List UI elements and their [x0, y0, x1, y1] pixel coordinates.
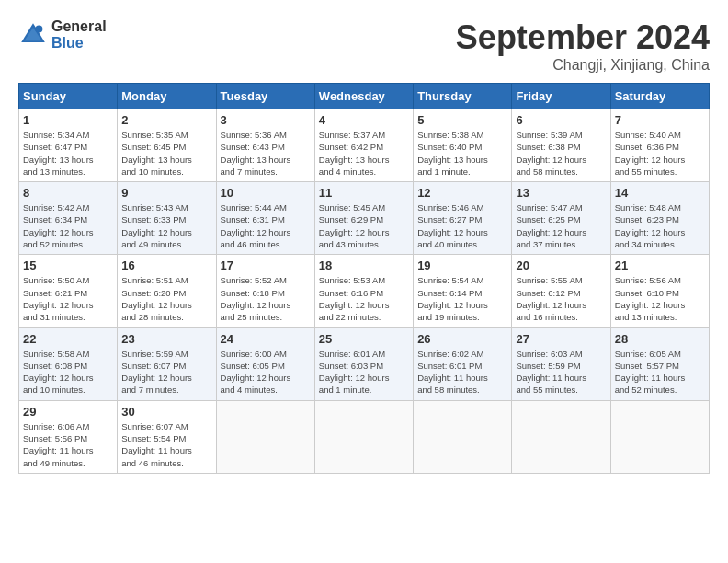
weekday-header: Wednesday [314, 84, 413, 109]
weekday-header: Saturday [610, 84, 709, 109]
day-info: Sunrise: 5:52 AM Sunset: 6:18 PM Dayligh… [221, 274, 311, 323]
day-number: 20 [516, 259, 606, 272]
day-number: 26 [417, 332, 507, 346]
day-info: Sunrise: 5:58 AM Sunset: 6:08 PM Dayligh… [23, 348, 113, 396]
day-number: 4 [319, 113, 409, 127]
day-number: 7 [615, 113, 705, 127]
day-info: Sunrise: 5:59 AM Sunset: 6:07 PM Dayligh… [121, 348, 211, 396]
day-number: 8 [23, 186, 113, 200]
day-info: Sunrise: 6:07 AM Sunset: 5:54 PM Dayligh… [121, 420, 211, 469]
calendar-cell: 29Sunrise: 6:06 AM Sunset: 5:56 PM Dayli… [19, 400, 118, 473]
day-info: Sunrise: 6:03 AM Sunset: 5:59 PM Dayligh… [516, 348, 606, 396]
calendar-cell [610, 400, 709, 473]
calendar-cell: 4Sunrise: 5:37 AM Sunset: 6:42 PM Daylig… [314, 109, 413, 182]
day-number: 18 [319, 259, 409, 272]
calendar-cell: 11Sunrise: 5:45 AM Sunset: 6:29 PM Dayli… [314, 182, 413, 255]
page-header: General Blue September 2024 Changji, Xin… [18, 18, 710, 74]
calendar-cell: 23Sunrise: 5:59 AM Sunset: 6:07 PM Dayli… [118, 327, 216, 400]
calendar-cell: 2Sunrise: 5:35 AM Sunset: 6:45 PM Daylig… [118, 109, 216, 182]
calendar-cell: 28Sunrise: 6:05 AM Sunset: 5:57 PM Dayli… [610, 327, 709, 400]
calendar-cell: 9Sunrise: 5:43 AM Sunset: 6:33 PM Daylig… [118, 182, 216, 255]
day-number: 25 [319, 332, 409, 346]
location: Changji, Xinjiang, China [456, 57, 710, 74]
day-info: Sunrise: 5:38 AM Sunset: 6:40 PM Dayligh… [417, 129, 507, 178]
weekday-header: Friday [512, 84, 610, 109]
day-number: 15 [23, 259, 113, 272]
day-info: Sunrise: 5:37 AM Sunset: 6:42 PM Dayligh… [319, 129, 409, 178]
day-info: Sunrise: 5:51 AM Sunset: 6:20 PM Dayligh… [121, 274, 211, 323]
calendar-cell: 30Sunrise: 6:07 AM Sunset: 5:54 PM Dayli… [118, 400, 216, 473]
calendar-cell: 18Sunrise: 5:53 AM Sunset: 6:16 PM Dayli… [314, 255, 413, 327]
day-info: Sunrise: 5:53 AM Sunset: 6:16 PM Dayligh… [319, 274, 409, 323]
day-number: 21 [615, 259, 705, 272]
logo: General Blue [18, 18, 107, 51]
day-info: Sunrise: 6:02 AM Sunset: 6:01 PM Dayligh… [417, 348, 507, 396]
day-info: Sunrise: 5:55 AM Sunset: 6:12 PM Dayligh… [516, 274, 606, 323]
day-info: Sunrise: 5:35 AM Sunset: 6:45 PM Dayligh… [121, 129, 211, 178]
calendar-cell: 6Sunrise: 5:39 AM Sunset: 6:38 PM Daylig… [512, 109, 610, 182]
day-number: 1 [23, 113, 113, 127]
calendar-cell: 14Sunrise: 5:48 AM Sunset: 6:23 PM Dayli… [610, 182, 709, 255]
calendar-cell: 27Sunrise: 6:03 AM Sunset: 5:59 PM Dayli… [512, 327, 610, 400]
day-number: 28 [615, 332, 705, 346]
calendar-cell: 24Sunrise: 6:00 AM Sunset: 6:05 PM Dayli… [216, 327, 314, 400]
calendar-cell: 19Sunrise: 5:54 AM Sunset: 6:14 PM Dayli… [414, 255, 512, 327]
day-number: 12 [417, 186, 507, 200]
day-info: Sunrise: 5:34 AM Sunset: 6:47 PM Dayligh… [23, 129, 113, 178]
weekday-header-row: SundayMondayTuesdayWednesdayThursdayFrid… [19, 84, 710, 109]
weekday-header: Thursday [414, 84, 512, 109]
weekday-header: Tuesday [216, 84, 314, 109]
day-info: Sunrise: 6:06 AM Sunset: 5:56 PM Dayligh… [23, 420, 113, 469]
calendar-cell: 20Sunrise: 5:55 AM Sunset: 6:12 PM Dayli… [512, 255, 610, 327]
day-number: 2 [121, 113, 211, 127]
calendar-week-row: 29Sunrise: 6:06 AM Sunset: 5:56 PM Dayli… [19, 400, 710, 473]
calendar-cell: 26Sunrise: 6:02 AM Sunset: 6:01 PM Dayli… [414, 327, 512, 400]
calendar-cell: 15Sunrise: 5:50 AM Sunset: 6:21 PM Dayli… [19, 255, 118, 327]
day-number: 11 [319, 186, 409, 200]
day-info: Sunrise: 5:45 AM Sunset: 6:29 PM Dayligh… [319, 201, 409, 250]
day-number: 14 [615, 186, 705, 200]
day-info: Sunrise: 5:44 AM Sunset: 6:31 PM Dayligh… [221, 201, 311, 250]
logo-blue: Blue [51, 35, 107, 52]
day-info: Sunrise: 5:48 AM Sunset: 6:23 PM Dayligh… [615, 201, 705, 250]
calendar-cell: 21Sunrise: 5:56 AM Sunset: 6:10 PM Dayli… [610, 255, 709, 327]
calendar-cell: 16Sunrise: 5:51 AM Sunset: 6:20 PM Dayli… [118, 255, 216, 327]
calendar-cell: 25Sunrise: 6:01 AM Sunset: 6:03 PM Dayli… [314, 327, 413, 400]
day-info: Sunrise: 5:42 AM Sunset: 6:34 PM Dayligh… [23, 201, 113, 250]
day-number: 29 [23, 405, 113, 419]
day-number: 23 [121, 332, 211, 346]
day-info: Sunrise: 5:54 AM Sunset: 6:14 PM Dayligh… [417, 274, 507, 323]
day-number: 22 [23, 332, 113, 346]
calendar-cell [314, 400, 413, 473]
logo-icon [18, 20, 48, 50]
day-info: Sunrise: 5:56 AM Sunset: 6:10 PM Dayligh… [615, 274, 705, 323]
day-number: 6 [516, 113, 606, 127]
title-block: September 2024 Changji, Xinjiang, China [456, 18, 710, 74]
calendar-cell: 22Sunrise: 5:58 AM Sunset: 6:08 PM Dayli… [19, 327, 118, 400]
calendar-week-row: 1Sunrise: 5:34 AM Sunset: 6:47 PM Daylig… [19, 109, 710, 182]
day-number: 19 [417, 259, 507, 272]
day-info: Sunrise: 5:43 AM Sunset: 6:33 PM Dayligh… [121, 201, 211, 250]
calendar-cell: 10Sunrise: 5:44 AM Sunset: 6:31 PM Dayli… [216, 182, 314, 255]
day-info: Sunrise: 5:40 AM Sunset: 6:36 PM Dayligh… [615, 129, 705, 178]
day-info: Sunrise: 5:46 AM Sunset: 6:27 PM Dayligh… [417, 201, 507, 250]
weekday-header: Monday [118, 84, 216, 109]
month-title: September 2024 [456, 18, 710, 57]
svg-point-2 [35, 25, 42, 32]
day-number: 10 [221, 186, 311, 200]
calendar-cell: 8Sunrise: 5:42 AM Sunset: 6:34 PM Daylig… [19, 182, 118, 255]
day-info: Sunrise: 5:47 AM Sunset: 6:25 PM Dayligh… [516, 201, 606, 250]
calendar-cell [414, 400, 512, 473]
day-info: Sunrise: 5:39 AM Sunset: 6:38 PM Dayligh… [516, 129, 606, 178]
logo-general: General [51, 18, 107, 35]
calendar-table: SundayMondayTuesdayWednesdayThursdayFrid… [18, 83, 710, 474]
day-info: Sunrise: 5:36 AM Sunset: 6:43 PM Dayligh… [221, 129, 311, 178]
day-info: Sunrise: 6:00 AM Sunset: 6:05 PM Dayligh… [221, 348, 311, 396]
calendar-cell: 13Sunrise: 5:47 AM Sunset: 6:25 PM Dayli… [512, 182, 610, 255]
day-number: 16 [121, 259, 211, 272]
logo-text: General Blue [51, 18, 107, 51]
day-info: Sunrise: 6:05 AM Sunset: 5:57 PM Dayligh… [615, 348, 705, 396]
day-number: 30 [121, 405, 211, 419]
day-number: 24 [221, 332, 311, 346]
calendar-week-row: 15Sunrise: 5:50 AM Sunset: 6:21 PM Dayli… [19, 255, 710, 327]
